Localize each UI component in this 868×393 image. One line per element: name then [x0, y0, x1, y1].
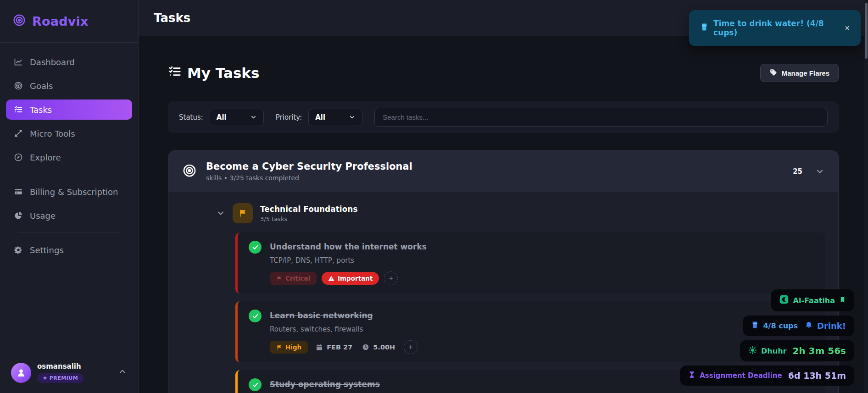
- high-priority-badge[interactable]: High: [270, 341, 308, 354]
- due-date: FEB 27: [316, 343, 352, 351]
- task-content: Study operating systems: [270, 378, 380, 391]
- sun-icon: [748, 346, 757, 356]
- avatar: [11, 363, 31, 383]
- sidebar-item-settings[interactable]: Settings: [6, 240, 132, 260]
- sidebar-item-goals[interactable]: Goals: [6, 76, 132, 96]
- page-head: My Tasks Manage Flares: [168, 64, 839, 82]
- sidebar-item-micro-tools[interactable]: Micro Tools: [6, 123, 132, 144]
- task-content: Understand how the internet works TCP/IP…: [270, 241, 427, 285]
- compass-icon: [13, 153, 23, 162]
- sidebar: Roadvix Dashboard Goals Tasks: [0, 0, 139, 393]
- target-logo-icon: [12, 13, 26, 29]
- task-description: Routers, switches, firewalls: [270, 325, 417, 333]
- sidebar-item-label: Tasks: [30, 105, 52, 115]
- deadline-countdown-widget[interactable]: Assignment Deadline 6d 13h 51m: [680, 365, 854, 386]
- task-title: Study operating systems: [270, 378, 380, 389]
- credit-card-icon: [13, 187, 23, 196]
- water-cups-count: 4/8 cups: [763, 321, 798, 330]
- sidebar-item-dashboard[interactable]: Dashboard: [6, 52, 132, 72]
- manage-flares-button[interactable]: Manage Flares: [760, 64, 839, 82]
- task-badges: Critical Important +: [270, 271, 427, 285]
- critical-badge[interactable]: Critical: [270, 272, 317, 285]
- important-badge[interactable]: Important: [322, 272, 379, 285]
- user-info: osmansalih ★ PREMIUM: [37, 362, 83, 383]
- warning-icon: [328, 275, 334, 282]
- clock-icon: [362, 343, 369, 351]
- task-badges: High FEB 27: [270, 340, 417, 354]
- milestone-row[interactable]: Technical Foundations 3/5 tasks: [216, 203, 825, 223]
- close-icon[interactable]: ×: [845, 23, 850, 33]
- calendar-icon: [316, 343, 323, 351]
- sidebar-item-billing[interactable]: Billing & Subscription: [6, 182, 132, 202]
- gear-icon: [13, 245, 23, 255]
- scrollbar[interactable]: [864, 0, 868, 393]
- prayer-countdown: 2h 3m 56s: [792, 345, 846, 356]
- water-reminder-toast: Time to drink water! (4/8 cups) ×: [689, 10, 861, 46]
- goal-header[interactable]: Become a Cyber Security Professional ski…: [168, 151, 838, 192]
- flag-icon: [276, 344, 282, 350]
- water-tracker-widget[interactable]: 4/8 cups Drink!: [743, 316, 854, 336]
- task-row[interactable]: Understand how the internet works TCP/IP…: [235, 232, 825, 293]
- check-circle-icon[interactable]: [249, 378, 262, 391]
- sidebar-item-label: Billing & Subscription: [30, 187, 118, 197]
- task-description: TCP/IP, DNS, HTTP, ports: [270, 256, 427, 265]
- user-menu[interactable]: osmansalih ★ PREMIUM: [0, 354, 138, 393]
- milestone-progress: 3/5 tasks: [260, 216, 358, 222]
- priority-select-value: All: [315, 113, 325, 122]
- add-flare-button[interactable]: +: [404, 340, 417, 354]
- quran-surah-label: Al-Faatiha: [793, 296, 835, 305]
- toast-message: Time to drink water! (4/8 cups): [713, 19, 840, 37]
- goal-task-count: 25: [793, 167, 802, 176]
- milestone-title: Technical Foundations: [260, 205, 358, 214]
- tools-icon: [13, 129, 23, 138]
- milestone-heading: Technical Foundations 3/5 tasks: [260, 205, 358, 222]
- tag-icon: [769, 68, 777, 77]
- status-filter-label: Status:: [179, 113, 203, 122]
- chevron-down-icon: [250, 114, 257, 121]
- goal-subtitle: skills • 3/25 tasks completed: [206, 174, 412, 182]
- sidebar-item-label: Usage: [30, 211, 56, 221]
- sidebar-item-explore[interactable]: Explore: [6, 147, 132, 167]
- checklist-icon: [168, 65, 182, 82]
- quran-book-icon: [779, 294, 789, 306]
- sidebar-item-label: Settings: [30, 245, 64, 255]
- add-flare-button[interactable]: +: [384, 271, 398, 285]
- target-icon: [13, 81, 23, 90]
- chart-line-icon: [13, 57, 23, 66]
- time-estimate: 5.00H: [362, 343, 395, 351]
- search-input[interactable]: [374, 108, 828, 127]
- task-title: Understand how the internet works: [270, 241, 427, 251]
- drink-action-label[interactable]: Drink!: [817, 321, 846, 331]
- status-select[interactable]: All: [210, 109, 264, 126]
- sidebar-divider: [18, 174, 120, 174]
- task-title: Learn basic networking: [270, 310, 417, 320]
- premium-badge: ★ PREMIUM: [37, 373, 83, 383]
- app-name: Roadvix: [32, 14, 89, 28]
- manage-flares-label: Manage Flares: [782, 69, 829, 77]
- sidebar-nav: Dashboard Goals Tasks Micro Tools: [0, 43, 138, 264]
- deadline-countdown: 6d 13h 51m: [788, 371, 846, 381]
- goal-header-right: 25: [793, 167, 824, 176]
- chevron-down-icon[interactable]: [815, 167, 824, 176]
- chevron-down-icon: [349, 114, 356, 121]
- app-logo[interactable]: Roadvix: [0, 0, 138, 43]
- check-circle-icon[interactable]: [249, 241, 262, 254]
- water-glass-icon: [700, 22, 708, 33]
- page-title: My Tasks: [168, 65, 259, 82]
- check-circle-icon[interactable]: [249, 310, 262, 322]
- scrollbar-thumb[interactable]: [865, 3, 868, 59]
- sidebar-item-tasks[interactable]: Tasks: [6, 100, 132, 120]
- hourglass-icon: [688, 371, 696, 381]
- quran-widget[interactable]: Al-Faatiha: [771, 289, 854, 311]
- priority-filter-label: Priority:: [276, 113, 302, 122]
- prayer-countdown-widget[interactable]: Dhuhr 2h 3m 56s: [740, 340, 854, 361]
- water-glass-icon: [751, 321, 759, 331]
- sidebar-item-usage[interactable]: Usage: [6, 205, 132, 226]
- chevron-up-icon[interactable]: [118, 367, 127, 378]
- topbar-title: Tasks: [154, 11, 190, 25]
- bookmark-icon[interactable]: [839, 296, 846, 305]
- sidebar-divider: [18, 232, 120, 232]
- priority-select[interactable]: All: [308, 109, 362, 126]
- goal-title: Become a Cyber Security Professional: [206, 161, 412, 172]
- chevron-down-icon: [216, 209, 225, 218]
